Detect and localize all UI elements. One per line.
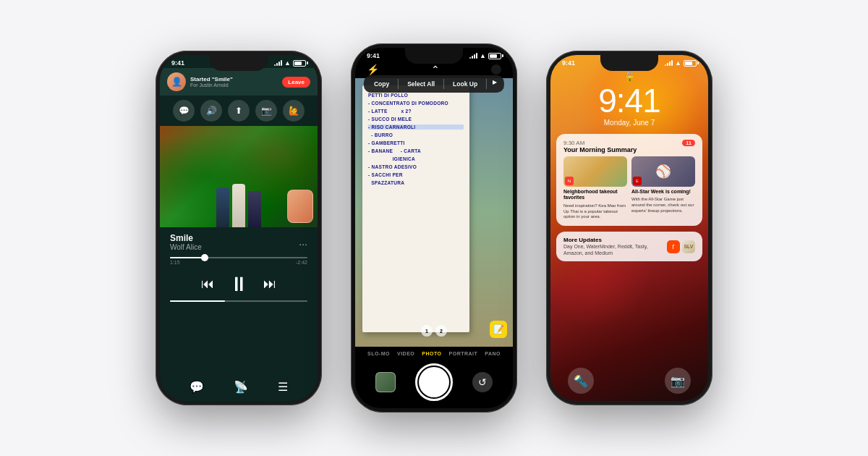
morning-summary-card[interactable]: 9:30 AM Your Morning Summary 11 N Neighb…	[556, 134, 702, 226]
pause-button[interactable]: ⏸	[229, 272, 249, 296]
signal-icons-2: ▲	[469, 52, 501, 59]
page-indicators: 1 2	[421, 325, 447, 337]
volume-icon[interactable]: 🔊	[200, 100, 222, 122]
forward-button[interactable]: ⏭	[263, 276, 276, 292]
note-line-6: - BURRO	[368, 132, 464, 138]
lyrics-icon[interactable]: 💬	[190, 380, 204, 394]
video-icon[interactable]: 📷	[255, 100, 277, 122]
phone-3-screen: 9:41 ▲ 🔓	[550, 55, 708, 401]
banner-subtitle: For Justin Arnold	[190, 83, 278, 88]
lock-screen-time: 9:41	[550, 83, 708, 119]
banner-title: Started "Smile"	[190, 76, 278, 83]
more-app-icons: r SLV	[667, 240, 695, 253]
news-item-2[interactable]: ⚾ E All-Star Week is coming! With the Al…	[631, 156, 695, 220]
news-grid: N Neighborhood takeout favorites Need in…	[563, 156, 695, 220]
news-body-2: With the All-Star Game just around the c…	[631, 197, 695, 214]
volume-track[interactable]	[170, 300, 307, 302]
note-line-3: - LATTE x 2?	[368, 109, 464, 114]
bar-2-3	[474, 54, 475, 59]
mode-slo-mo[interactable]: SLO-MO	[367, 351, 390, 356]
lock-icon: 🔓	[624, 71, 636, 83]
facetime-banner: 👤 Started "Smile" For Justin Arnold Leav…	[160, 68, 318, 96]
toolbar-arrow[interactable]: ▶	[493, 79, 497, 89]
more-updates-text: More Updates Day One, WaterMinder, Reddi…	[563, 237, 663, 256]
news-item-1[interactable]: N Neighborhood takeout favorites Need in…	[563, 156, 627, 220]
wifi-icon-2: ▲	[480, 52, 486, 59]
notch-2	[405, 48, 463, 64]
screen-share-icon[interactable]: ⬆	[228, 100, 250, 122]
screen-3: 9:41 ▲ 🔓	[550, 55, 708, 401]
leave-button[interactable]: Leave	[282, 77, 310, 88]
airplay-icon[interactable]: 📡	[234, 380, 248, 394]
toolbar-divider-1	[398, 79, 399, 89]
figure-1	[216, 187, 229, 227]
flip-camera-button[interactable]: ↺	[472, 372, 493, 392]
wifi-icon-1: ▲	[284, 59, 291, 67]
mode-video[interactable]: VIDEO	[397, 351, 414, 356]
message-icon[interactable]: 💬	[173, 100, 195, 122]
notch-1	[210, 55, 268, 71]
battery-fill-3	[685, 62, 692, 65]
note-line-8: - BANANE - CARTA	[368, 148, 464, 153]
time-current: 1:15	[170, 260, 180, 265]
battery-icon-1	[293, 60, 306, 67]
chevron-up-icon[interactable]: ⌃	[431, 64, 440, 75]
paper-note: PETTI DI POLLO - CONCENTRATO DI POMODORO…	[362, 85, 469, 332]
bar-3-4	[671, 60, 673, 66]
progress-bar-container: 1:15 -2:42	[160, 254, 318, 268]
phone-3: 9:41 ▲ 🔓	[546, 51, 712, 405]
screen-1: 9:41 ▲ 👤	[160, 55, 318, 401]
select-all-button[interactable]: Select All	[404, 79, 438, 89]
reddit-icon: r	[667, 240, 680, 253]
notif-title: Your Morning Summary	[563, 146, 695, 153]
flashlight-button[interactable]: 🔦	[568, 368, 594, 394]
flash-icon[interactable]: ⚡	[367, 64, 379, 75]
live-text-toolbar: Copy Select All Look Up ▶	[364, 75, 504, 93]
battery-icon-3	[684, 60, 697, 67]
note-line-1: PETTI DI POLLO	[368, 93, 464, 98]
gallery-thumbnail[interactable]	[375, 372, 396, 392]
look-up-button[interactable]: Look Up	[450, 79, 480, 89]
rewind-button[interactable]: ⏮	[201, 276, 214, 292]
camera-button[interactable]: 📷	[665, 368, 691, 394]
phone-2: 9:41 ▲ ⚡	[351, 43, 517, 413]
note-line-9: IGIENICA	[368, 156, 464, 161]
song-title: Smile	[170, 233, 307, 243]
album-art	[160, 126, 318, 227]
person-wave-icon[interactable]: 🙋	[283, 100, 305, 122]
bar-2-4	[476, 53, 477, 59]
toolbar-divider-2	[443, 79, 444, 89]
note-line-10: - NASTRO ADESIVO	[368, 164, 464, 169]
mode-portrait[interactable]: PORTRAIT	[449, 351, 478, 356]
volume-bar	[160, 300, 318, 302]
main-scene: 9:41 ▲ 👤	[0, 0, 868, 456]
toolbar-divider-3	[486, 79, 487, 89]
live-text-badge[interactable]: 📝	[490, 321, 507, 338]
signal-bars-1	[274, 60, 282, 66]
volume-fill	[170, 300, 225, 302]
phone-1: 9:41 ▲ 👤	[156, 51, 322, 405]
mode-pano[interactable]: PANO	[485, 351, 501, 356]
slv-icon: SLV	[682, 240, 695, 253]
progress-track[interactable]	[170, 257, 307, 258]
avatar-1: 👤	[167, 72, 186, 91]
bar-2-1	[469, 57, 471, 59]
more-options-icon[interactable]: ···	[299, 238, 307, 250]
news-headline-1: Neighborhood takeout favorites	[563, 189, 627, 201]
progress-dot[interactable]	[201, 254, 208, 261]
news-app-icon-1: N	[565, 177, 574, 185]
queue-icon[interactable]: ☰	[278, 380, 288, 394]
bar-2-2	[472, 56, 473, 59]
bar-2	[276, 63, 278, 66]
more-updates-card[interactable]: More Updates Day One, WaterMinder, Reddi…	[556, 232, 702, 261]
wallpaper-orb-2	[550, 213, 652, 329]
music-info: Smile Wolf Alice ···	[160, 227, 318, 254]
shutter-button[interactable]	[415, 363, 453, 401]
live-dot	[491, 64, 501, 75]
note-line-4: - SUCCO DI MELE	[368, 117, 464, 122]
time-1: 9:41	[171, 59, 184, 67]
news-thumb-2: ⚾ E	[631, 156, 695, 187]
progress-fill	[170, 257, 205, 258]
mode-photo[interactable]: PHOTO	[422, 351, 441, 356]
copy-button[interactable]: Copy	[371, 79, 392, 89]
